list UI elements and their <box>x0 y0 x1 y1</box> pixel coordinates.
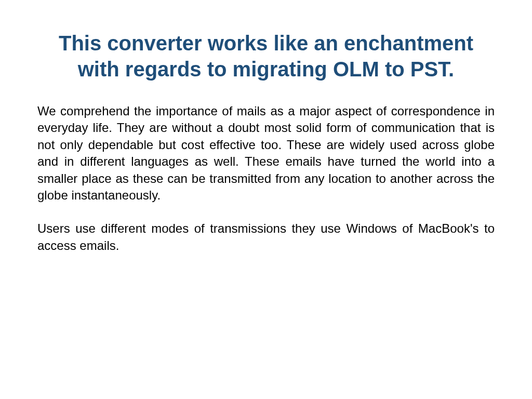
paragraph-1: We comprehend the importance of mails as… <box>37 103 495 204</box>
slide-title: This converter works like an enchantment… <box>37 30 495 82</box>
paragraph-2: Users use different modes of transmissio… <box>37 220 495 254</box>
